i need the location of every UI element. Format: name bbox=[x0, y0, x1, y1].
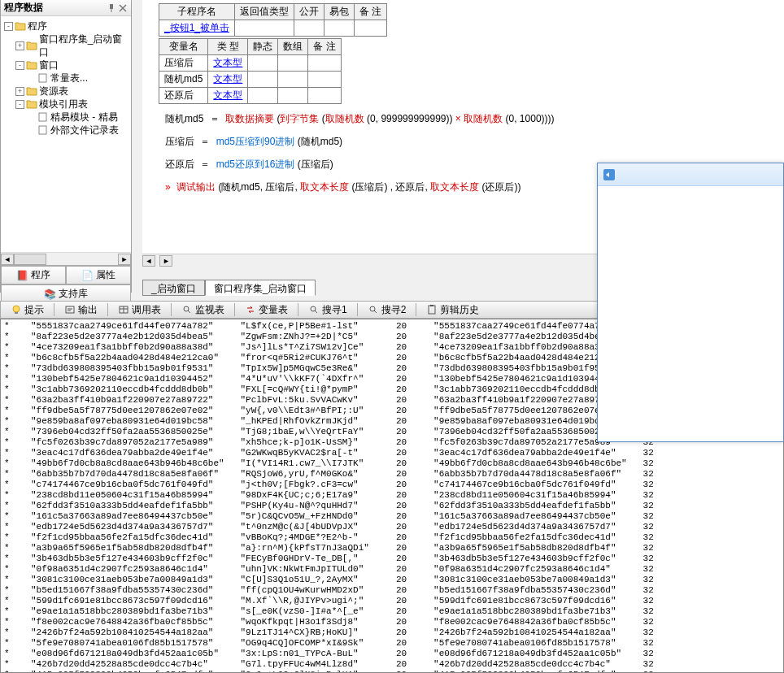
table-header: 类 型 bbox=[208, 39, 248, 55]
console-row: * "e9ae1a1a518bbc280389bd1fa3be71b3" "s[… bbox=[4, 606, 780, 617]
svg-rect-2 bbox=[39, 113, 46, 121]
scroll-left-icon[interactable]: ◄ bbox=[1, 254, 14, 265]
tree-item[interactable]: -模块引用表 bbox=[2, 98, 129, 111]
tree-toggle-icon[interactable]: - bbox=[15, 100, 24, 109]
tree-item[interactable]: -窗口 bbox=[2, 59, 129, 72]
svg-rect-1 bbox=[39, 74, 46, 82]
debug-btn-监视表[interactable]: 监视表 bbox=[176, 302, 229, 318]
table-cell[interactable]: 还原后 bbox=[159, 88, 208, 104]
tab-attributes[interactable]: 📄属性 bbox=[66, 266, 131, 284]
console-row: * "2426b7f24a592b108410254544a182aa" "9L… bbox=[4, 627, 780, 638]
swap-icon bbox=[245, 304, 256, 315]
separator bbox=[107, 303, 108, 316]
tree-item[interactable]: +资源表 bbox=[2, 85, 129, 98]
tree-item[interactable]: 精易模块 - 精易 bbox=[2, 111, 129, 124]
table-header: 数组 bbox=[278, 39, 308, 55]
subroutine-table[interactable]: 子程序名返回值类型公开易包备 注_按钮1_被单击 bbox=[159, 3, 387, 37]
tree-label: 常量表... bbox=[50, 72, 88, 85]
tree-toggle-icon[interactable]: - bbox=[15, 61, 24, 70]
debug-btn-提示[interactable]: 提示 bbox=[6, 302, 49, 318]
separator bbox=[171, 303, 172, 316]
folder-icon bbox=[26, 86, 37, 96]
scroll-thumb[interactable] bbox=[14, 254, 46, 265]
close-icon[interactable] bbox=[118, 3, 128, 13]
svg-rect-11 bbox=[429, 306, 435, 314]
debug-btn-变量表[interactable]: 变量表 bbox=[240, 302, 293, 318]
floating-window[interactable] bbox=[597, 163, 784, 442]
out-icon bbox=[64, 304, 76, 315]
console-row: * "49bb6f7d0cb8a8cd8aae643b946b48c6be" "… bbox=[4, 458, 780, 469]
code-line-1[interactable]: 随机md5 ＝ 取数据摘要 (到字节集 (取随机数 (0, 9999999999… bbox=[159, 111, 768, 127]
table-cell[interactable] bbox=[235, 20, 294, 37]
table-cell[interactable]: 文本型 bbox=[208, 88, 248, 104]
code-line-2[interactable]: 压缩后 ＝ md5压缩到90进制 (随机md5) bbox=[159, 133, 768, 150]
debug-btn-剪辑历史[interactable]: 剪辑历史 bbox=[421, 302, 484, 318]
svg-rect-12 bbox=[430, 305, 433, 306]
debug-btn-label: 调用表 bbox=[132, 303, 161, 317]
pin-icon[interactable] bbox=[107, 3, 116, 13]
debug-btn-搜寻2[interactable]: 搜寻2 bbox=[363, 302, 412, 318]
console-row: * "161c5a37663a89ad7ee86494437cb50e" "5r… bbox=[4, 511, 780, 522]
table-cell[interactable] bbox=[308, 88, 341, 104]
separator bbox=[357, 303, 358, 316]
table-cell[interactable] bbox=[308, 72, 341, 88]
tree-toggle-icon[interactable]: + bbox=[15, 87, 24, 96]
console-row: * "426b7d20dd42528a85cde0dcc4c7b4c" "G7l… bbox=[4, 659, 780, 670]
console-row: * "f2f1cd95bbaa56fe2fa15dfc36dec41d" "vB… bbox=[4, 532, 780, 543]
table-header: 变量名 bbox=[159, 39, 208, 55]
table-cell[interactable] bbox=[278, 72, 308, 88]
console-row: * "a3b9a65f5965e1f5ab58db820d8dfb4f" "a}… bbox=[4, 543, 780, 554]
console-row: * "e08d96fd671218a049db3fd452aa1c05b" "3… bbox=[4, 649, 780, 659]
debug-btn-输出[interactable]: 输出 bbox=[59, 302, 102, 318]
table-cell[interactable] bbox=[278, 55, 308, 72]
tree-hscrollbar[interactable]: ◄ ► bbox=[1, 252, 131, 265]
variable-table[interactable]: 变量名类 型静态数组备 注压缩后文本型随机md5文本型还原后文本型 bbox=[159, 38, 342, 104]
table-cell[interactable]: 随机md5 bbox=[159, 72, 208, 88]
table-cell[interactable] bbox=[355, 20, 387, 37]
console-row: * "b5ed151667f38a9fdba55357430c236d" "ff… bbox=[4, 585, 780, 596]
table-cell[interactable] bbox=[248, 88, 278, 104]
console-row: * "c74174467ce9b16cba0f5dc761f049fd" "j<… bbox=[4, 480, 780, 490]
tree-item[interactable]: -程序 bbox=[2, 20, 129, 33]
table-cell[interactable] bbox=[278, 88, 308, 104]
table-cell[interactable] bbox=[308, 55, 341, 72]
tree-item[interactable]: 常量表... bbox=[2, 72, 129, 85]
console-row: * "3b463db5b3e5f127e434603b9cff2f0c" "FE… bbox=[4, 554, 780, 564]
table-header: 静态 bbox=[248, 39, 278, 55]
scroll-right-icon[interactable]: ► bbox=[159, 255, 172, 267]
folder-icon bbox=[15, 21, 26, 31]
page-icon bbox=[37, 125, 49, 135]
table-cell[interactable]: 文本型 bbox=[208, 72, 248, 88]
table-cell[interactable] bbox=[294, 20, 324, 37]
table-cell[interactable] bbox=[324, 20, 355, 37]
table-cell[interactable]: _按钮1_被单击 bbox=[159, 20, 235, 37]
debug-btn-调用表[interactable]: 调用表 bbox=[113, 302, 166, 318]
floating-window-titlebar[interactable] bbox=[598, 163, 783, 186]
table-cell[interactable] bbox=[248, 72, 278, 88]
editor-tab[interactable]: 窗口程序集_启动窗口 bbox=[205, 280, 316, 296]
table-cell[interactable]: 文本型 bbox=[208, 55, 248, 72]
tree-item[interactable]: +窗口程序集_启动窗口 bbox=[2, 33, 129, 59]
tab-program[interactable]: 📕程序 bbox=[1, 266, 66, 284]
tree-label: 外部文件记录表 bbox=[50, 124, 119, 137]
tree-toggle-icon[interactable]: + bbox=[15, 41, 24, 50]
tree-toggle-icon[interactable]: - bbox=[4, 22, 13, 31]
table-cell[interactable]: 压缩后 bbox=[159, 55, 208, 72]
scroll-right-icon[interactable]: ► bbox=[118, 254, 131, 265]
tree-label: 资源表 bbox=[39, 85, 68, 98]
editor-tab[interactable]: _启动窗口 bbox=[142, 280, 205, 296]
console-row: * "238cd8bd11e050604c31f15a46b85994" "98… bbox=[4, 490, 780, 501]
project-tree[interactable]: -程序+窗口程序集_启动窗口-窗口常量表...+资源表-模块引用表精易模块 - … bbox=[1, 16, 131, 252]
table-header: 子程序名 bbox=[159, 4, 235, 20]
scroll-left-icon[interactable]: ◄ bbox=[142, 255, 155, 267]
console-row: * "3eac4c17df636dea79abba2de49e1f4e" "G2… bbox=[4, 448, 780, 458]
page-icon bbox=[37, 112, 49, 122]
debug-btn-label: 变量表 bbox=[259, 303, 288, 317]
arrow-icon: » bbox=[165, 181, 171, 193]
tree-item[interactable]: 外部文件记录表 bbox=[2, 124, 129, 137]
table-cell[interactable] bbox=[248, 55, 278, 72]
debug-btn-搜寻1[interactable]: 搜寻1 bbox=[303, 302, 352, 318]
panel-title: 程序数据 bbox=[4, 1, 43, 15]
folder-icon bbox=[26, 41, 37, 50]
debug-btn-label: 提示 bbox=[24, 303, 44, 317]
